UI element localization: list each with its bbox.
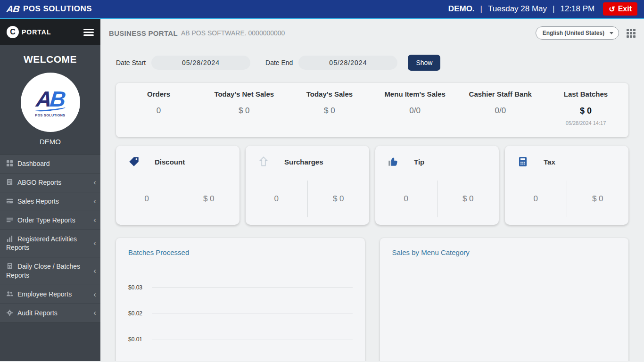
portal-logo: C PORTAL (7, 26, 51, 38)
menu-icon[interactable] (83, 29, 94, 36)
show-button[interactable]: Show (408, 55, 440, 71)
sidebar-menu: Dashboard ABGO Reports ‹ Sales Reports ‹… (0, 154, 100, 323)
chart-plot-area: $0.03 $0.02 $0.01 (128, 274, 353, 352)
stat-cashier-staff-bank: Cashier Staff Bank 0/0 (458, 90, 543, 126)
topbar-right: DEMO. | Tuesday 28 May | 12:18 PM ↺ Exit (448, 2, 637, 16)
chevron-left-icon: ‹ (93, 238, 96, 249)
y-tick-label: $0.03 (128, 284, 149, 291)
activities-icon (6, 235, 13, 242)
tag-icon (127, 155, 140, 168)
sidebar-item-employee-reports[interactable]: Employee Reports ‹ (0, 285, 100, 304)
sidebar-item-abgo-reports[interactable]: ABGO Reports ‹ (0, 173, 100, 192)
main-header: BUSINESS PORTAL AB POS SOFTWARE. 0000000… (100, 19, 644, 42)
apps-grid-icon[interactable] (627, 29, 636, 38)
chart-sales-by-menu-category: Sales by Menu Category (380, 238, 629, 361)
stat-todays-sales: Today's Sales $ 0 (287, 90, 372, 126)
date-end-label: Date End (265, 59, 293, 66)
gridline (152, 287, 353, 288)
tip-amount: $ 0 (438, 194, 499, 204)
demo-label: DEMO. (448, 4, 475, 14)
discount-amount: $ 0 (178, 194, 240, 204)
surcharges-count: 0 (246, 194, 307, 204)
sidebar-item-daily-close-batches-reports[interactable]: Daily Close / Batches Reports ‹ (0, 257, 100, 285)
brand-text: POS SOLUTIONS (23, 4, 92, 14)
tax-amount: $ 0 (567, 194, 629, 204)
language-select[interactable]: English (United States) (536, 26, 619, 40)
chart-batches-processed: Batches Processed $0.03 $0.02 $0.01 (116, 238, 365, 361)
stat-last-batches: Last Batches $ 0 05/28/2024 14:17 (543, 90, 628, 126)
batches-icon (6, 263, 13, 270)
page-subtitle: AB POS SOFTWARE. 0000000000 (181, 29, 285, 37)
date-end-input[interactable] (298, 56, 397, 70)
account-name: DEMO (0, 138, 100, 146)
stat-orders: Orders 0 (116, 90, 201, 126)
main-content: BUSINESS PORTAL AB POS SOFTWARE. 0000000… (100, 19, 644, 361)
sidebar: C PORTAL WELCOME AB POS SOLUTIONS DEMO D… (0, 19, 100, 361)
thumbs-up-icon (387, 155, 400, 168)
discount-count: 0 (116, 194, 178, 204)
order-type-icon (6, 216, 13, 223)
chevron-left-icon: ‹ (93, 196, 96, 207)
date-filter-bar: Date Start Date End Show (100, 55, 644, 71)
sidebar-item-dashboard[interactable]: Dashboard (0, 154, 100, 173)
sidebar-item-audit-reports[interactable]: Audit Reports ‹ (0, 304, 100, 323)
chevron-left-icon: ‹ (93, 266, 96, 277)
dashboard-icon (6, 160, 13, 167)
chart-title: Sales by Menu Category (392, 248, 617, 256)
gridline (152, 339, 353, 339)
sales-icon (6, 197, 13, 205)
chevron-left-icon: ‹ (93, 308, 96, 319)
summary-stats-card: Orders 0 Today's Net Sales $ 0 Today's S… (116, 83, 628, 137)
surcharges-amount: $ 0 (308, 194, 370, 204)
date-label: Tuesday 28 May (488, 4, 547, 14)
card-tax: Tax 0 $ 0 (505, 146, 628, 225)
calculator-icon (516, 155, 529, 168)
y-tick-label: $0.01 (128, 336, 149, 343)
chart-title: Batches Processed (128, 248, 353, 256)
sidebar-item-sales-reports[interactable]: Sales Reports ‹ (0, 192, 100, 211)
page-title: BUSINESS PORTAL (109, 29, 178, 37)
gridline (152, 313, 353, 313)
sidebar-header: C PORTAL (0, 19, 100, 45)
tax-count: 0 (505, 194, 567, 204)
welcome-text: WELCOME (0, 54, 100, 65)
metric-cards-row: Discount 0 $ 0 Surcharges 0 $ 0 (116, 146, 628, 225)
ab-logo: AB (6, 4, 20, 15)
arrow-up-icon (257, 155, 270, 168)
stat-todays-net-sales: Today's Net Sales $ 0 (201, 90, 287, 126)
last-batch-timestamp: 05/28/2024 14:17 (543, 120, 628, 126)
exit-return-icon: ↺ (609, 5, 615, 14)
date-start-label: Date Start (116, 59, 146, 66)
sidebar-item-registered-activities-reports[interactable]: Registered Activities Reports ‹ (0, 230, 100, 258)
chevron-left-icon: ‹ (93, 215, 96, 226)
employee-icon (6, 290, 13, 297)
top-bar: AB POS SOLUTIONS DEMO. | Tuesday 28 May … (0, 0, 644, 19)
time-label: 12:18 PM (560, 4, 594, 14)
exit-label: Exit (618, 5, 632, 13)
charts-row: Batches Processed $0.03 $0.02 $0.01 (116, 238, 628, 361)
portal-c-icon: C (7, 26, 19, 38)
tip-count: 0 (375, 194, 437, 204)
sidebar-item-order-type-reports[interactable]: Order Type Reports ‹ (0, 211, 100, 230)
separator: | (553, 4, 554, 14)
card-discount: Discount 0 $ 0 (116, 146, 239, 225)
company-logo: AB POS SOLUTIONS (21, 73, 80, 132)
welcome-section: WELCOME AB POS SOLUTIONS DEMO (0, 45, 100, 154)
y-tick-label: $0.02 (128, 310, 149, 317)
logo-caption: POS SOLUTIONS (35, 114, 65, 117)
card-tip: Tip 0 $ 0 (375, 146, 499, 225)
separator: | (480, 4, 482, 14)
chevron-left-icon: ‹ (93, 289, 96, 300)
portal-label: PORTAL (22, 28, 51, 36)
stat-menu-items-sales: Menu Item's Sales 0/0 (372, 90, 458, 126)
chevron-left-icon: ‹ (93, 177, 96, 188)
card-surcharges: Surcharges 0 $ 0 (246, 146, 369, 225)
brand: AB POS SOLUTIONS (7, 4, 92, 15)
audit-icon (6, 309, 13, 316)
report-icon (6, 179, 13, 186)
date-start-input[interactable] (151, 56, 250, 70)
exit-button[interactable]: ↺ Exit (603, 2, 637, 16)
